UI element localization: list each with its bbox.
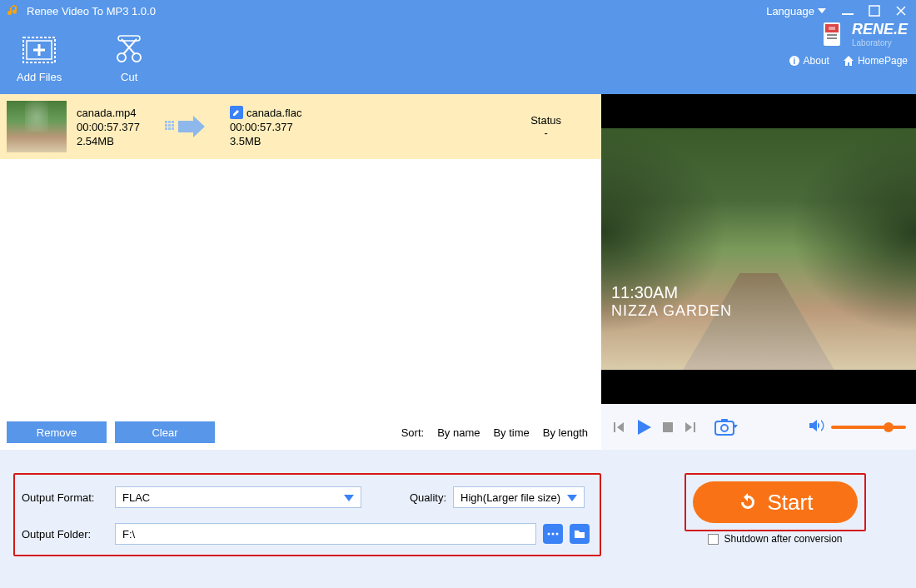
quality-label: Quality: [410, 491, 446, 504]
volume-area [808, 418, 906, 436]
svg-rect-16 [165, 124, 167, 127]
svg-text:i: i [793, 57, 795, 66]
status-column: Status - [530, 114, 561, 139]
cut-label: Cut [121, 71, 137, 83]
sort-by-length[interactable]: By length [543, 426, 588, 439]
svg-rect-19 [165, 127, 167, 130]
app-title: Renee Video To MP3 1.0.0 [27, 5, 766, 17]
output-settings: Output Format: FLAC Quality: High(Larger… [13, 473, 601, 556]
arrow-icon [165, 114, 205, 139]
video-location: NIZZA GARDEN [611, 302, 732, 320]
svg-rect-17 [168, 124, 171, 127]
homepage-link[interactable]: HomePage [843, 55, 908, 67]
svg-point-27 [552, 533, 555, 536]
svg-rect-8 [825, 24, 839, 32]
snapshot-button[interactable] [714, 418, 738, 436]
svg-point-5 [132, 53, 141, 62]
file-row[interactable]: canada.mp4 00:00:57.377 2.54MB canada.fl… [0, 94, 601, 159]
about-link[interactable]: i About [789, 55, 829, 67]
format-row: Output Format: FLAC Quality: High(Larger… [22, 486, 593, 508]
folder-row: Output Folder: [22, 523, 593, 545]
remove-button[interactable]: Remove [7, 421, 107, 443]
start-area: Start [685, 473, 866, 531]
source-filename: canada.mp4 [77, 107, 140, 119]
prev-button[interactable] [611, 420, 626, 435]
brand-name: RENE.E [852, 21, 908, 38]
preview-video: 11:30AM NIZZA GARDEN [601, 94, 916, 404]
quality-value: High(Larger file size) [460, 491, 560, 504]
folder-label: Output Folder: [22, 528, 108, 541]
svg-rect-15 [172, 121, 174, 123]
maximize-button[interactable] [866, 2, 883, 19]
svg-rect-21 [172, 127, 174, 130]
close-button[interactable] [893, 2, 909, 19]
svg-point-4 [117, 53, 126, 62]
folder-input[interactable] [115, 523, 536, 545]
svg-rect-10 [827, 37, 837, 39]
brand-links: i About HomePage [789, 55, 908, 67]
format-dropdown[interactable]: FLAC [115, 486, 361, 508]
video-overlay: 11:30AM NIZZA GARDEN [611, 283, 732, 320]
svg-rect-9 [827, 34, 837, 36]
output-size: 3.5MB [230, 135, 302, 147]
cut-icon [112, 32, 147, 67]
svg-rect-25 [721, 419, 728, 422]
edit-icon[interactable] [230, 106, 243, 119]
cut-button[interactable]: Cut [112, 32, 147, 83]
language-label: Language [766, 5, 814, 17]
list-footer: Remove Clear Sort: By name By time By le… [7, 421, 595, 443]
brand-area: RENE.E Laboratory [815, 17, 908, 51]
sort-by-name[interactable]: By name [437, 426, 480, 439]
file-thumbnail [7, 101, 67, 152]
chevron-down-icon [818, 8, 826, 13]
source-duration: 00:00:57.377 [77, 121, 140, 133]
svg-rect-18 [172, 124, 174, 127]
start-button[interactable]: Start [693, 481, 858, 523]
quality-dropdown[interactable]: High(Larger file size) [453, 486, 585, 508]
more-button[interactable] [543, 524, 563, 544]
source-info: canada.mp4 00:00:57.377 2.54MB [77, 107, 140, 147]
play-button[interactable] [635, 418, 653, 436]
window-controls [839, 2, 909, 19]
svg-rect-14 [168, 121, 171, 123]
svg-rect-0 [842, 13, 854, 15]
bottom-panel: Output Format: FLAC Quality: High(Larger… [0, 450, 916, 588]
homepage-label: HomePage [858, 55, 908, 67]
status-label: Status [530, 114, 561, 127]
info-icon: i [789, 55, 800, 67]
refresh-icon [738, 492, 758, 512]
shutdown-label: Shutdown after conversion [724, 533, 842, 545]
next-button[interactable] [683, 420, 698, 435]
home-icon [843, 55, 854, 67]
language-button[interactable]: Language [766, 5, 826, 17]
titlebar-controls: Language [766, 2, 909, 19]
minimize-button[interactable] [839, 2, 856, 19]
clear-button[interactable]: Clear [115, 421, 215, 443]
volume-icon[interactable] [808, 418, 824, 436]
titlebar: Renee Video To MP3 1.0.0 Language [0, 0, 916, 22]
sort-by-time[interactable]: By time [493, 426, 529, 439]
chevron-down-icon [344, 491, 354, 504]
volume-slider[interactable] [831, 426, 906, 429]
svg-point-26 [548, 533, 550, 536]
output-filename: canada.flac [246, 107, 302, 119]
add-files-button[interactable]: Add Files [17, 32, 62, 83]
player-controls [601, 404, 916, 450]
checkbox-icon [708, 534, 719, 545]
browse-folder-button[interactable] [570, 524, 590, 544]
source-size: 2.54MB [77, 135, 140, 147]
app-icon [7, 4, 20, 17]
output-info: canada.flac 00:00:57.377 3.5MB [230, 106, 302, 147]
start-label: Start [768, 490, 814, 516]
about-label: About [804, 55, 829, 67]
add-files-icon [22, 32, 57, 67]
sort-label: Sort: [401, 426, 424, 439]
brand-sub: Laboratory [852, 38, 908, 47]
stop-button[interactable] [661, 421, 675, 434]
video-frame: 11:30AM NIZZA GARDEN [601, 128, 916, 370]
output-duration: 00:00:57.377 [230, 121, 302, 133]
preview-panel: 11:30AM NIZZA GARDEN [601, 94, 916, 450]
sort-area: Sort: By name By time By length [401, 426, 588, 439]
shutdown-checkbox[interactable]: Shutdown after conversion [708, 533, 842, 545]
format-label: Output Format: [22, 491, 108, 504]
